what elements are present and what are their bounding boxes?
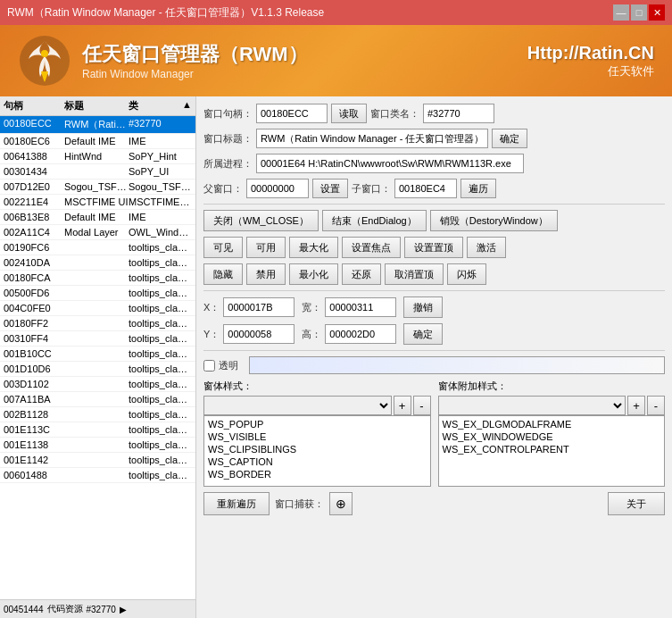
list-item[interactable]: 001B10CCtooltips_class32	[0, 347, 195, 362]
svg-point-1	[41, 50, 48, 57]
style-select[interactable]	[203, 396, 392, 415]
handle-label: 窗口句柄：	[203, 107, 253, 121]
style-label: 窗体样式：	[203, 380, 431, 393]
transparent-row: 透明	[203, 356, 665, 374]
hide-button[interactable]: 隐藏	[203, 263, 243, 285]
list-item[interactable]: 001E113Ctooltips_class32	[0, 422, 195, 438]
transparent-checkbox[interactable]	[203, 360, 215, 372]
exstyle-list-item[interactable]: WS_EX_DLGMODALFRAME	[441, 418, 663, 430]
maximize-button[interactable]: 最大化	[289, 237, 338, 258]
footer-class: #32770	[87, 605, 116, 614]
list-item[interactable]: 002A11C4Modal LayerOWL_WindowGr	[0, 225, 195, 240]
style-list-item[interactable]: WS_CAPTION	[206, 455, 428, 468]
enable-button[interactable]: 可用	[246, 237, 286, 258]
list-item[interactable]: 001E1138tooltips_class32	[0, 438, 195, 453]
restore-button[interactable]: 还原	[342, 263, 381, 285]
footer-separator: 代码资源	[47, 603, 83, 615]
y-label: Y：	[203, 328, 220, 341]
exstyle-list-item[interactable]: WS_EX_WINDOWEDGE	[441, 430, 663, 443]
canceltop-button[interactable]: 取消置顶	[385, 263, 444, 285]
child-input[interactable]	[394, 179, 457, 198]
list-header: 句柄 标题 类 ▲	[0, 96, 195, 116]
bottom-row: 重新遍历 窗口捕获： ⊕ 关于	[203, 492, 665, 515]
width-label: 宽：	[302, 301, 321, 314]
exstyle-minus-button[interactable]: -	[647, 396, 665, 415]
style-list-item[interactable]: WS_POPUP	[206, 418, 428, 430]
list-item[interactable]: 007D12E0Sogou_TSF_UISogou_TSF_UI	[0, 180, 195, 195]
x-input[interactable]	[223, 297, 295, 317]
list-item[interactable]: 004C0FE0tooltips_class32	[0, 301, 195, 316]
parent-input[interactable]	[246, 179, 309, 198]
list-item[interactable]: 002410DAtooltips_class32	[0, 255, 195, 271]
close-window-button[interactable]: ✕	[649, 4, 665, 21]
traverse-button[interactable]: 遍历	[460, 179, 496, 198]
list-item[interactable]: 00641388HintWndSoPY_Hint	[0, 149, 195, 164]
list-item[interactable]: 00180ECCRWM（Ratin...#32770	[0, 116, 195, 134]
ok-coord-button[interactable]: 确定	[403, 323, 443, 345]
style-minus-button[interactable]: -	[413, 396, 431, 415]
list-item[interactable]: 001E1142tooltips_class32	[0, 453, 195, 468]
read-button[interactable]: 读取	[331, 104, 367, 123]
width-input[interactable]	[325, 297, 396, 317]
window-list[interactable]: 00180ECCRWM（Ratin...#3277000180EC6Defaul…	[0, 116, 195, 599]
style-plus-button[interactable]: +	[394, 396, 411, 415]
set-parent-button[interactable]: 设置	[312, 179, 348, 198]
style-dropdown-row: + -	[203, 396, 431, 415]
caption-input[interactable]	[256, 129, 488, 148]
style-list[interactable]: WS_POPUPWS_VISIBLEWS_CLIPSIBLINGSWS_CAPT…	[203, 415, 431, 487]
setfocus-button[interactable]: 设置焦点	[342, 237, 401, 258]
capture-label: 窗口捕获：	[275, 497, 324, 511]
transparent-slider[interactable]	[249, 356, 665, 374]
list-item[interactable]: 007A11BAtooltips_class32	[0, 392, 195, 407]
minimize-button[interactable]: 最小化	[289, 263, 338, 285]
destroy-button[interactable]: 销毁（DestoryWindow）	[430, 210, 558, 231]
list-item[interactable]: 00180FCAtooltips_class32	[0, 271, 195, 286]
list-item[interactable]: 00310FF4tooltips_class32	[0, 331, 195, 347]
cancel-coord-button[interactable]: 撤销	[403, 296, 443, 318]
settop-button[interactable]: 设置置顶	[404, 237, 463, 258]
handle-input[interactable]	[256, 104, 328, 123]
x-group: X：	[203, 297, 295, 317]
list-item[interactable]: 006B13E8Default IMEIME	[0, 210, 195, 225]
flash-button[interactable]: 闪烁	[447, 263, 486, 285]
exstyle-list[interactable]: WS_EX_DLGMODALFRAMEWS_EX_WINDOWEDGEWS_EX…	[438, 415, 666, 487]
process-input[interactable]	[256, 154, 524, 173]
style-list-item[interactable]: WS_CLIPSIBLINGS	[206, 443, 428, 455]
maximize-window-button[interactable]: □	[631, 4, 647, 21]
close-wm-button[interactable]: 关闭（WM_CLOSE）	[203, 210, 319, 231]
main-content: 句柄 标题 类 ▲ 00180ECCRWM（Ratin...#327700018…	[0, 96, 672, 618]
enddialog-button[interactable]: 结束（EndDialog）	[322, 210, 427, 231]
list-item[interactable]: 00500FD6tooltips_class32	[0, 286, 195, 301]
caption-row: 窗口标题： 确定	[203, 129, 665, 148]
height-group: 高：	[302, 324, 396, 344]
list-item[interactable]: 00190FC6tooltips_class32	[0, 240, 195, 255]
list-item[interactable]: 00180EC6Default IMEIME	[0, 134, 195, 149]
classname-input[interactable]	[423, 104, 494, 123]
minimize-window-button[interactable]: —	[613, 4, 629, 21]
style-list-item[interactable]: WS_BORDER	[206, 468, 428, 480]
capture-icon-button[interactable]: ⊕	[329, 492, 353, 515]
visible-button[interactable]: 可见	[203, 237, 243, 258]
list-item[interactable]: 002B1128tooltips_class32	[0, 407, 195, 422]
capture-crosshair-icon: ⊕	[336, 497, 346, 511]
list-item[interactable]: 00180FF2tooltips_class32	[0, 316, 195, 331]
y-input[interactable]	[223, 324, 295, 344]
list-item[interactable]: 002211E4MSCTFIME UIMSCTFIME UI	[0, 195, 195, 210]
about-button[interactable]: 关于	[608, 492, 665, 515]
list-item[interactable]: 001D10D6tooltips_class32	[0, 362, 195, 377]
traverse-again-button[interactable]: 重新遍历	[203, 492, 270, 515]
height-input[interactable]	[325, 324, 396, 344]
disable-button[interactable]: 禁用	[246, 263, 286, 285]
style-list-item[interactable]: WS_VISIBLE	[206, 430, 428, 443]
sort-icon[interactable]: ▲	[182, 99, 192, 113]
list-item[interactable]: 00301434SoPY_UI	[0, 164, 195, 180]
action-row-1: 关闭（WM_CLOSE） 结束（EndDialog） 销毁（DestoryWin…	[203, 210, 665, 231]
exstyle-select[interactable]	[438, 396, 626, 415]
exstyle-list-item[interactable]: WS_EX_CONTROLPARENT	[441, 443, 663, 455]
exstyle-plus-button[interactable]: +	[627, 396, 645, 415]
caption-confirm-button[interactable]: 确定	[492, 129, 527, 148]
activate-button[interactable]: 激活	[467, 237, 506, 258]
list-item[interactable]: 00601488tooltips_class32	[0, 468, 195, 483]
list-item[interactable]: 003D1102tooltips_class32	[0, 377, 195, 392]
process-row: 所属进程：	[203, 154, 665, 173]
